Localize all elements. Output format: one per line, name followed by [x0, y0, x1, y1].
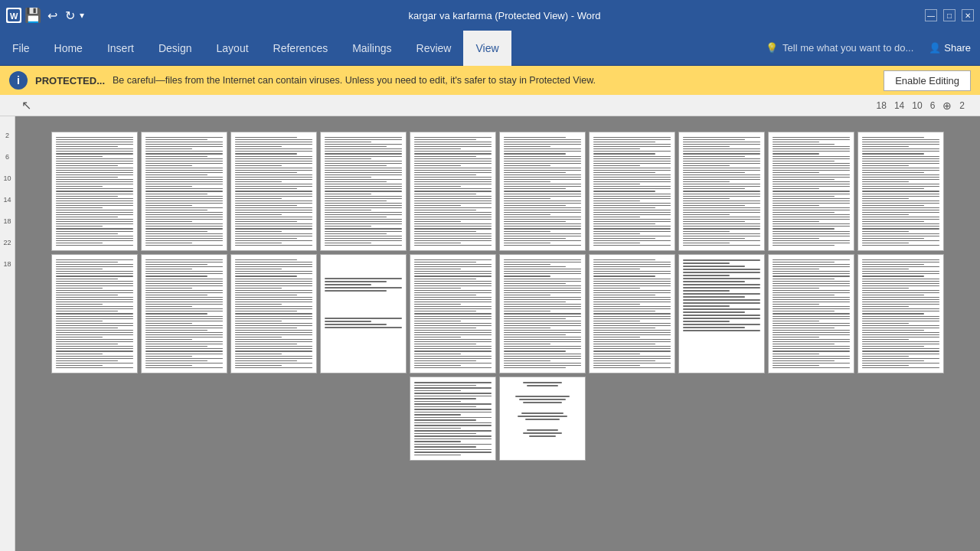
share-label: Share	[944, 42, 971, 54]
ribbon: File Home Insert Design Layout Reference…	[0, 31, 980, 66]
cursor-icon: ↖	[21, 98, 31, 112]
page-10[interactable]	[858, 132, 944, 251]
undo-button[interactable]: ↩	[44, 7, 60, 24]
tab-insert[interactable]: Insert	[95, 31, 146, 66]
protected-label: PROTECTED...	[35, 75, 105, 86]
redo-button[interactable]: ↻	[62, 7, 78, 24]
undo-redo-group: ↩ ↻ ▾	[44, 7, 84, 24]
protected-view-bar: i PROTECTED... Be careful—files from the…	[0, 66, 980, 95]
page-8[interactable]	[678, 132, 765, 251]
page-17[interactable]	[589, 254, 675, 373]
word-icon: W	[6, 8, 21, 23]
tab-home[interactable]: Home	[42, 31, 95, 66]
page-19[interactable]	[768, 254, 854, 373]
document-area	[15, 116, 980, 551]
svg-text:W: W	[10, 11, 18, 21]
page-7[interactable]	[589, 132, 675, 251]
search-placeholder-text: Tell me what you want to do...	[782, 42, 913, 54]
pages-row-1	[51, 132, 944, 251]
title-bar-right: — □ ✕	[925, 9, 974, 21]
page-11[interactable]	[51, 254, 138, 373]
page-6[interactable]	[499, 132, 586, 251]
tab-review[interactable]: Review	[404, 31, 464, 66]
ruler-numbers: 18 14 10 6 ⊕ 2	[877, 99, 965, 112]
page-18[interactable]	[678, 254, 765, 373]
page-1[interactable]	[51, 132, 138, 251]
main-area: 2 6 10 14 18 22 18	[0, 116, 980, 551]
page-16[interactable]	[499, 254, 586, 373]
page-13[interactable]	[230, 254, 317, 373]
pages-row-3	[410, 377, 586, 461]
share-button[interactable]: 👤 Share	[920, 39, 980, 57]
page-15[interactable]	[410, 254, 496, 373]
page-14[interactable]	[320, 254, 407, 373]
tab-file[interactable]: File	[0, 31, 42, 66]
pages-row-2	[51, 254, 944, 373]
lightbulb-icon: 💡	[766, 42, 778, 54]
page-21[interactable]	[410, 377, 496, 461]
page-20[interactable]	[858, 254, 944, 373]
ruler-separator: ⊕	[942, 99, 952, 112]
page-22[interactable]	[499, 377, 586, 461]
page-2[interactable]	[141, 132, 227, 251]
minimize-button[interactable]: —	[925, 9, 937, 21]
tab-layout[interactable]: Layout	[204, 31, 261, 66]
pages-grid	[51, 132, 944, 461]
document-title: kargar va karfarma (Protected View) - Wo…	[84, 10, 925, 21]
close-button[interactable]: ✕	[962, 9, 974, 21]
ruler-bar: ↖ 18 14 10 6 ⊕ 2	[0, 95, 980, 116]
left-ruler: 2 6 10 14 18 22 18	[0, 116, 15, 551]
title-bar: W 💾 ↩ ↻ ▾ kargar va karfarma (Protected …	[0, 0, 980, 31]
save-icon[interactable]: 💾	[24, 7, 41, 24]
share-person-icon: 👤	[929, 42, 941, 54]
tab-references[interactable]: References	[261, 31, 341, 66]
enable-editing-button[interactable]: Enable Editing	[884, 70, 971, 91]
page-9[interactable]	[768, 132, 854, 251]
tab-mailings[interactable]: Mailings	[340, 31, 403, 66]
maximize-button[interactable]: □	[943, 9, 956, 21]
protected-message: Be careful—files from the Internet can c…	[113, 75, 876, 86]
protected-icon: i	[9, 71, 28, 90]
page-4[interactable]	[320, 132, 407, 251]
page-3[interactable]	[230, 132, 317, 251]
tab-view[interactable]: View	[463, 31, 511, 66]
tab-design[interactable]: Design	[146, 31, 204, 66]
page-12[interactable]	[141, 254, 227, 373]
page-5[interactable]	[410, 132, 496, 251]
title-bar-left: W 💾 ↩ ↻ ▾	[6, 7, 84, 24]
tell-me-search[interactable]: 💡 Tell me what you want to do...	[760, 39, 920, 57]
